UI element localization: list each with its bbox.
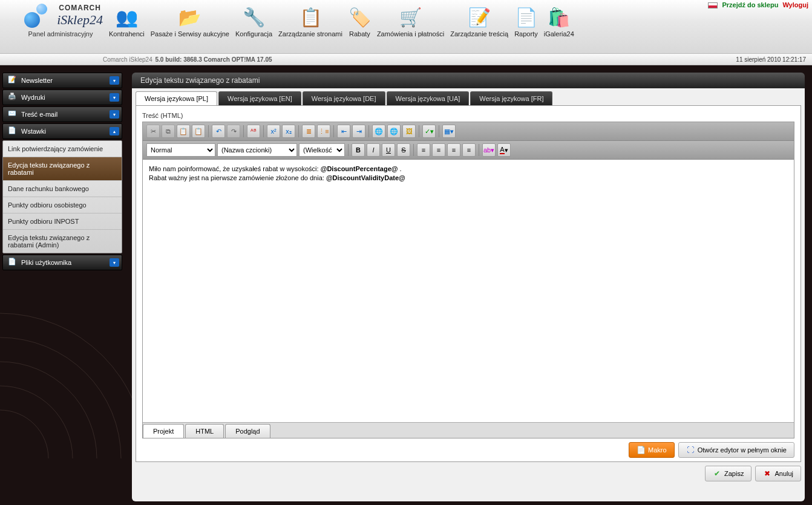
paste-icon[interactable]: 📋 — [177, 125, 190, 138]
ordered-list-icon[interactable]: ≣ — [302, 125, 315, 138]
cancel-icon: ✖ — [763, 469, 771, 478]
italic-icon[interactable]: I — [367, 143, 380, 157]
subscript-icon[interactable]: x₂ — [282, 125, 295, 138]
menu-icon: 📝 — [450, 4, 508, 30]
indent-icon[interactable]: ⇥ — [352, 125, 365, 138]
font-select[interactable]: (Nazwa czcionki) — [217, 143, 297, 157]
sidebar-item[interactable]: Edycja tekstu związanego z rabatami (Adm… — [3, 230, 122, 253]
separator — [479, 144, 479, 156]
menu-item-3[interactable]: 📋Zarządzanie stronami — [275, 4, 345, 37]
symbol-icon[interactable]: ✓▾ — [422, 125, 436, 138]
cancel-button[interactable]: ✖ Anuluj — [755, 466, 801, 481]
fontsize-select[interactable]: (Wielkość cz — [299, 143, 345, 157]
sidebar-item[interactable]: Punkty odbioru INPOST — [3, 213, 122, 230]
file-icon: 📄 — [8, 258, 18, 267]
menu-icon: 📂 — [151, 4, 229, 30]
sidebar-item[interactable]: Punkty odbioru osobistego — [3, 197, 122, 213]
menu-item-4[interactable]: 🏷️Rabaty — [345, 4, 374, 37]
logo-icon — [24, 4, 48, 28]
unordered-list-icon[interactable]: ⋮≡ — [317, 125, 330, 138]
full-editor-button[interactable]: ⛶ Otwórz edytor w pełnym oknie — [678, 442, 794, 458]
editor-toolbar-1: ✂ ⧉ 📋 📋 ↶ ↷ ᴬᴮ x² x₂ ≣ ⋮≡ — [143, 122, 794, 141]
mode-tab[interactable]: Projekt — [143, 424, 184, 438]
mode-tab[interactable]: HTML — [185, 424, 224, 438]
paste-word-icon[interactable]: 📋 — [192, 125, 205, 138]
format-select[interactable]: Normal — [146, 143, 215, 157]
menu-item-1[interactable]: 📂Pasaże i Serwisy aukcyjne — [148, 4, 232, 37]
mode-tab[interactable]: Podgląd — [225, 424, 270, 438]
sidebar-item[interactable]: Edycja tekstu związanego z rabatami — [3, 157, 122, 181]
link-icon[interactable]: 🌐 — [372, 125, 385, 138]
chevron-up-icon: ▴ — [110, 127, 119, 135]
menu-icon: 👥 — [109, 4, 145, 30]
align-center-icon[interactable]: ≡ — [432, 143, 445, 157]
cut-icon[interactable]: ✂ — [146, 125, 160, 138]
menu-icon: 🏷️ — [349, 4, 371, 30]
copy-icon[interactable]: ⧉ — [162, 125, 175, 138]
sidebar-item[interactable]: Dane rachunku bankowego — [3, 181, 122, 197]
editor-content-area[interactable]: Miło nam poinformować, że uzyskałeś raba… — [143, 160, 794, 422]
language-tab[interactable]: Wersja językowa [UA] — [387, 91, 470, 105]
spellcheck-icon[interactable]: ᴬᴮ — [247, 125, 260, 138]
text-color-icon[interactable]: A▾ — [497, 143, 511, 157]
align-justify-icon[interactable]: ≡ — [462, 143, 476, 157]
sidebar: 📝 Newsletter ▾ 🖨️ Wydruki ▾ ✉️ Treść e-m… — [2, 73, 122, 505]
menu-icon: 📄 — [514, 4, 538, 30]
table-icon[interactable]: ▦▾ — [442, 125, 456, 138]
menu-icon: 🛒 — [377, 4, 444, 30]
menu-item-6[interactable]: 📝Zarządzanie treścią — [447, 4, 511, 37]
menu-item-7[interactable]: 📄Raporty — [511, 4, 541, 37]
bold-icon[interactable]: B — [352, 143, 365, 157]
brand-name-1: COMARCH — [57, 4, 103, 12]
language-tab[interactable]: Wersja językowa [EN] — [218, 91, 301, 105]
sidebar-section-email[interactable]: ✉️ Treść e-mail ▾ — [2, 106, 122, 122]
panel-body: Wersja językowa [PL]Wersja językowa [EN]… — [132, 88, 805, 501]
action-row-1: 📄 Makro ⛶ Otwórz edytor w pełnym oknie — [142, 442, 794, 458]
info-bar: Comarch iSklep24 5.0 build: 3868.3 Comar… — [0, 53, 812, 65]
align-left-icon[interactable]: ≡ — [417, 143, 430, 157]
logout-link[interactable]: Wyloguj — [782, 1, 808, 8]
action-row-2: ✔ Zapisz ✖ Anuluj — [136, 466, 801, 481]
separator — [413, 144, 414, 156]
makro-button[interactable]: 📄 Makro — [629, 442, 675, 458]
underline-icon[interactable]: U — [382, 143, 395, 157]
go-to-shop-link[interactable]: Przejdź do sklepu — [722, 1, 778, 8]
language-tab[interactable]: Wersja językowa [PL] — [136, 91, 217, 105]
redo-icon[interactable]: ↷ — [227, 125, 240, 138]
unlink-icon[interactable]: 🌐 — [387, 125, 401, 138]
menu-item-0[interactable]: 👥Kontrahenci — [106, 4, 148, 37]
rich-text-editor: ✂ ⧉ 📋 📋 ↶ ↷ ᴬᴮ x² x₂ ≣ ⋮≡ — [142, 122, 794, 438]
sidebar-item[interactable]: Link potwierdzający zamówienie — [3, 141, 122, 157]
sidebar-section-user-files[interactable]: 📄 Pliki użytkownika ▾ — [2, 255, 122, 270]
panel-subtitle: Panel administracyjny — [18, 30, 103, 37]
top-links: Przejdź do sklepu Wyloguj — [708, 1, 808, 8]
sidebar-section-wydruki[interactable]: 🖨️ Wydruki ▾ — [2, 90, 122, 105]
sidebar-section-wstawki[interactable]: 📄 Wstawki ▴ — [2, 123, 122, 139]
fieldset-label: Treść (HTML) — [142, 112, 794, 122]
strike-icon[interactable]: S — [397, 143, 410, 157]
menu-label: Rabaty — [349, 30, 371, 37]
sidebar-section-newsletter[interactable]: 📝 Newsletter ▾ — [2, 73, 122, 88]
align-right-icon[interactable]: ≡ — [447, 143, 460, 157]
chevron-down-icon: ▾ — [110, 93, 119, 102]
sidebar-section-label: Treść e-mail — [21, 111, 57, 118]
save-button[interactable]: ✔ Zapisz — [705, 466, 751, 481]
superscript-icon[interactable]: x² — [267, 125, 280, 138]
editor-toolbar-2: Normal (Nazwa czcionki) (Wielkość cz B I… — [143, 141, 794, 160]
language-tab[interactable]: Wersja językowa [DE] — [303, 91, 385, 105]
language-tab[interactable]: Wersja językowa [FR] — [470, 91, 552, 105]
newsletter-icon: 📝 — [8, 76, 18, 85]
menu-item-8[interactable]: 🛍️iGaleria24 — [541, 4, 577, 37]
page-icon: 📄 — [8, 126, 18, 136]
outdent-icon[interactable]: ⇤ — [337, 125, 350, 138]
flag-icon — [708, 2, 718, 8]
undo-icon[interactable]: ↶ — [212, 125, 225, 138]
highlight-icon[interactable]: ab▾ — [482, 143, 496, 157]
info-left: Comarch iSklep24 5.0 build: 3868.3 Comar… — [103, 56, 272, 63]
image-icon[interactable]: 🖼 — [402, 125, 416, 138]
menu-item-2[interactable]: 🔧Konfiguracja — [232, 4, 275, 37]
main-menu: 👥Kontrahenci📂Pasaże i Serwisy aukcyjne🔧K… — [106, 4, 577, 37]
menu-item-5[interactable]: 🛒Zamówienia i płatności — [374, 4, 447, 37]
panel-title: Edycja tekstu związanego z rabatami — [132, 73, 805, 88]
content-panel: Edycja tekstu związanego z rabatami Wers… — [132, 73, 805, 505]
